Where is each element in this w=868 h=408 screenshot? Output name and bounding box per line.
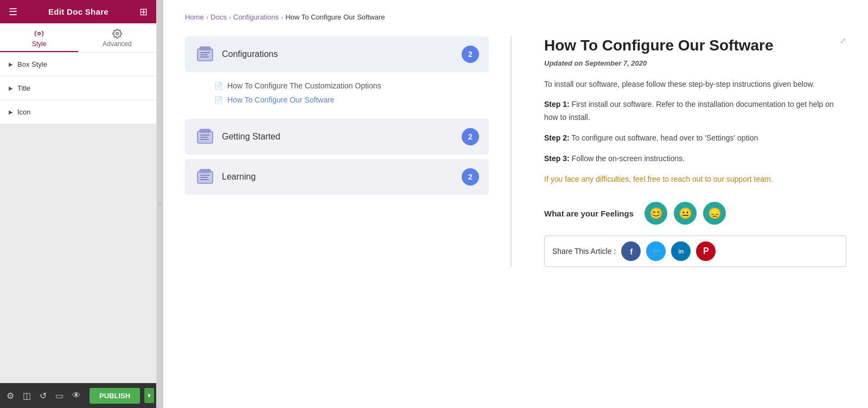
step2-text: To configure out software, head over to … (571, 133, 758, 142)
article-step1: Step 1: First install our software. Refe… (544, 98, 846, 124)
svg-rect-5 (200, 54, 208, 55)
publish-button[interactable]: PUBLISH (90, 388, 140, 404)
breadcrumb-home[interactable]: Home (185, 13, 204, 21)
article-note: If you face any difficulties, feel free … (544, 173, 846, 186)
share-facebook[interactable]: f (621, 241, 641, 261)
article: ⤢ How To Configure Our Software Updated … (533, 36, 846, 267)
article-date: Updated on September 7, 2020 (544, 59, 846, 67)
step1-label: Step 1: (544, 100, 570, 109)
article-body: To install our software, please follow t… (544, 78, 846, 186)
eye-icon[interactable]: 👁 (70, 388, 83, 403)
share-linkedin[interactable]: in (671, 241, 691, 261)
svg-point-1 (116, 33, 119, 35)
badge-learning: 2 (462, 168, 479, 186)
box-style-arrow: ▶ (9, 61, 13, 67)
icon-header[interactable]: ▶ Icon (0, 100, 156, 124)
category-learning[interactable]: Learning 2 (185, 159, 489, 195)
doc-icon-2: 📄 (214, 96, 223, 104)
svg-rect-9 (200, 135, 210, 136)
tab-advanced[interactable]: Advanced (78, 23, 156, 52)
title-header[interactable]: ▶ Title (0, 76, 156, 100)
resize-icon[interactable]: ⤢ (840, 36, 846, 45)
breadcrumb-sep-2: › (229, 13, 231, 21)
sidebar-tabs: Style Advanced (0, 23, 156, 53)
svg-rect-4 (200, 52, 210, 53)
doc-list: Configurations 2 📄 How To Configure The … (185, 36, 489, 197)
icon-arrow: ▶ (9, 109, 13, 115)
feeling-neutral[interactable]: 😐 (674, 202, 697, 225)
subitem-software[interactable]: 📄 How To Configure Our Software (214, 93, 489, 107)
box-style-header[interactable]: ▶ Box Style (0, 53, 156, 76)
breadcrumb: Home › Docs › Configurations › How To Co… (185, 13, 846, 21)
breadcrumb-configurations[interactable]: Configurations (233, 13, 279, 21)
layers-icon[interactable]: ◫ (21, 388, 33, 403)
article-intro: To install our software, please follow t… (544, 78, 846, 91)
feeling-happy[interactable]: 😊 (644, 202, 667, 225)
feelings-label: What are your Feelings (544, 209, 634, 218)
sidebar-bottom: ⚙ ◫ ↺ ▭ 👁 PUBLISH ▾ (0, 383, 156, 408)
category-title-learning: Learning (222, 172, 256, 182)
publish-dropdown-button[interactable]: ▾ (144, 388, 154, 403)
badge-gs: 2 (462, 128, 479, 145)
subitem-customization-label: How To Configure The Customization Optio… (227, 81, 381, 90)
tab-advanced-label: Advanced (103, 40, 131, 48)
subitem-customization[interactable]: 📄 How To Configure The Customization Opt… (214, 79, 489, 93)
share-pinterest[interactable]: P (696, 241, 716, 261)
svg-rect-6 (200, 56, 209, 58)
category-title-configurations: Configurations (222, 49, 278, 59)
sidebar: ☰ Edit Doc Share ⊞ Style Advanced ▶ Box … (0, 0, 157, 408)
collapse-handle[interactable]: ‹ (157, 0, 163, 408)
main-content: Home › Docs › Configurations › How To Co… (163, 0, 868, 408)
share-twitter[interactable]: 🐦 (646, 241, 666, 261)
doc-icon-1: 📄 (214, 82, 223, 90)
title-label: Title (17, 84, 30, 92)
category-left: Configurations (195, 44, 278, 65)
style-icon (34, 29, 44, 39)
step3-text: Follow the on-screen instructions. (572, 154, 685, 163)
sidebar-header: ☰ Edit Doc Share ⊞ (0, 0, 156, 23)
sidebar-title: Edit Doc Share (48, 7, 108, 16)
history-icon[interactable]: ↺ (37, 388, 49, 403)
step2-label: Step 2: (544, 133, 570, 142)
tab-style-label: Style (32, 40, 47, 48)
category-getting-started[interactable]: Getting Started 2 (185, 119, 489, 155)
category-icon-learning (195, 167, 215, 187)
breadcrumb-docs[interactable]: Docs (210, 13, 227, 21)
sidebar-body (0, 124, 156, 383)
box-style-label: Box Style (17, 60, 47, 68)
grid-icon[interactable]: ⊞ (139, 6, 148, 18)
tab-style[interactable]: Style (0, 23, 78, 52)
badge-configurations: 2 (462, 46, 479, 63)
article-title: How To Configure Our Software (544, 36, 846, 55)
doc-section: Configurations 2 📄 How To Configure The … (185, 36, 846, 267)
step3-label: Step 3: (544, 154, 570, 163)
share-section: Share This Article : f 🐦 in P (544, 235, 846, 267)
svg-rect-11 (200, 139, 209, 140)
article-step2: Step 2: To configure out software, head … (544, 132, 846, 145)
share-label: Share This Article : (552, 247, 616, 256)
responsive-icon[interactable]: ▭ (53, 388, 66, 403)
svg-point-0 (38, 33, 41, 35)
box-style-section: ▶ Box Style (0, 53, 156, 76)
title-arrow: ▶ (9, 85, 13, 91)
feelings-section: What are your Feelings 😊 😐 😞 (544, 202, 846, 225)
category-title-gs: Getting Started (222, 132, 280, 142)
feeling-sad[interactable]: 😞 (703, 202, 726, 225)
article-step3: Step 3: Follow the on-screen instruction… (544, 152, 846, 165)
category-left-learning: Learning (195, 167, 256, 187)
vertical-divider (510, 36, 512, 267)
svg-rect-3 (200, 47, 210, 50)
subitem-software-label: How To Configure Our Software (227, 95, 334, 104)
svg-rect-15 (200, 177, 208, 178)
category-configurations[interactable]: Configurations 2 (185, 36, 489, 72)
step1-text: First install our software. Refer to the… (544, 100, 834, 122)
category-icon-configurations (195, 44, 215, 65)
svg-rect-14 (200, 175, 210, 176)
advanced-icon (112, 29, 122, 39)
icon-section: ▶ Icon (0, 100, 156, 124)
category-icon-gs (195, 126, 215, 147)
breadcrumb-sep-1: › (206, 13, 208, 21)
svg-rect-10 (200, 137, 208, 138)
hamburger-icon[interactable]: ☰ (9, 6, 17, 18)
settings-icon[interactable]: ⚙ (4, 388, 16, 403)
